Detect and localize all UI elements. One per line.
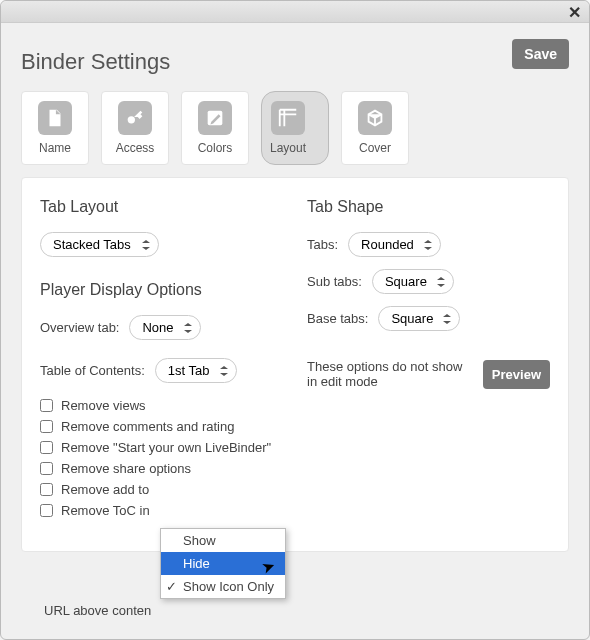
dialog-title: Binder Settings	[21, 49, 170, 75]
key-icon	[118, 101, 152, 135]
subtabs-label: Sub tabs:	[307, 274, 362, 289]
checkbox-label: Remove comments and rating	[61, 419, 234, 434]
overview-tab-select[interactable]: None	[129, 315, 201, 340]
tab-cover[interactable]: Cover	[341, 91, 409, 165]
right-column: Tab Shape Tabs: Rounded Sub tabs: Square…	[307, 198, 550, 521]
tab-label: Cover	[359, 141, 391, 155]
subtabs-shape-select[interactable]: Square	[372, 269, 454, 294]
checkbox-label: Remove add to	[61, 482, 149, 497]
tab-label: Layout	[270, 141, 306, 155]
tab-label: Colors	[198, 141, 233, 155]
toc-label: Table of Contents:	[40, 363, 145, 378]
remove-toc-checkbox[interactable]	[40, 504, 53, 517]
checkmark-icon: ✓	[166, 579, 177, 594]
tabs-shape-select[interactable]: Rounded	[348, 232, 441, 257]
basetabs-shape-select[interactable]: Square	[378, 306, 460, 331]
cube-icon	[358, 101, 392, 135]
layout-panel: Tab Layout Stacked Tabs Player Display O…	[21, 177, 569, 552]
checkbox-label: Remove ToC in	[61, 503, 150, 518]
checkbox-list: Remove views Remove comments and rating …	[40, 395, 283, 521]
dialog-window: ✕ Binder Settings Save Name Access Color…	[0, 0, 590, 640]
settings-tabbar: Name Access Colors Layout Cover	[21, 91, 569, 165]
tab-name[interactable]: Name	[21, 91, 89, 165]
remove-views-checkbox[interactable]	[40, 399, 53, 412]
left-column: Tab Layout Stacked Tabs Player Display O…	[40, 198, 283, 521]
remove-startyourown-checkbox[interactable]	[40, 441, 53, 454]
name-icon	[38, 101, 72, 135]
pencil-icon	[198, 101, 232, 135]
tab-label: Access	[116, 141, 155, 155]
dialog-body: Binder Settings Save Name Access Colors …	[1, 23, 589, 566]
checkbox-label: Remove share options	[61, 461, 191, 476]
preview-button[interactable]: Preview	[483, 360, 550, 389]
player-display-heading: Player Display Options	[40, 281, 283, 299]
tab-layout-heading: Tab Layout	[40, 198, 283, 216]
close-icon[interactable]: ✕	[568, 3, 581, 22]
overview-tab-label: Overview tab:	[40, 320, 119, 335]
remove-share-checkbox[interactable]	[40, 462, 53, 475]
tab-label: Name	[39, 141, 71, 155]
window-titlebar: ✕	[1, 1, 589, 23]
preview-note: These options do not show in edit mode	[307, 359, 473, 389]
tab-access[interactable]: Access	[101, 91, 169, 165]
toc-select[interactable]: 1st Tab	[155, 358, 237, 383]
svg-point-0	[128, 116, 135, 123]
menu-item-show-icon-only[interactable]: ✓ Show Icon Only	[161, 575, 285, 598]
layout-icon	[271, 101, 305, 135]
tab-colors[interactable]: Colors	[181, 91, 249, 165]
menu-item-label: Show Icon Only	[183, 579, 274, 594]
tab-layout-select[interactable]: Stacked Tabs	[40, 232, 159, 257]
checkbox-label: Remove views	[61, 398, 146, 413]
remove-addto-checkbox[interactable]	[40, 483, 53, 496]
tab-layout[interactable]: Layout	[261, 91, 329, 165]
basetabs-label: Base tabs:	[307, 311, 368, 326]
tabs-label: Tabs:	[307, 237, 338, 252]
menu-item-show[interactable]: Show	[161, 529, 285, 552]
url-above-content-label: URL above conten	[44, 603, 151, 618]
checkbox-label: Remove "Start your own LiveBinder"	[61, 440, 271, 455]
save-button[interactable]: Save	[512, 39, 569, 69]
tab-shape-heading: Tab Shape	[307, 198, 550, 216]
remove-comments-checkbox[interactable]	[40, 420, 53, 433]
